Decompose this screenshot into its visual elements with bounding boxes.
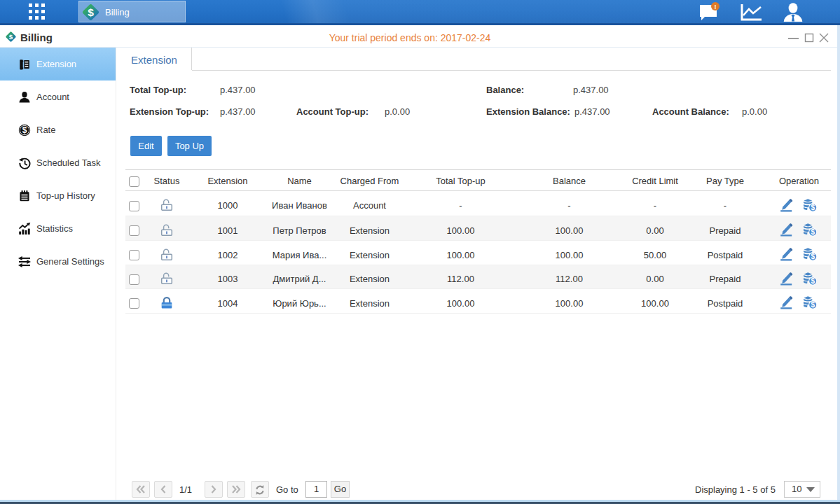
svg-text:!: ! xyxy=(715,4,717,10)
svg-text:$: $ xyxy=(22,125,27,135)
svg-text:$: $ xyxy=(811,277,815,285)
svg-text:$: $ xyxy=(811,301,815,309)
svg-text:$: $ xyxy=(811,253,815,260)
svg-text:$: $ xyxy=(811,228,815,236)
svg-text:$: $ xyxy=(9,33,13,41)
svg-text:$: $ xyxy=(88,6,94,18)
svg-text:$: $ xyxy=(811,204,815,211)
